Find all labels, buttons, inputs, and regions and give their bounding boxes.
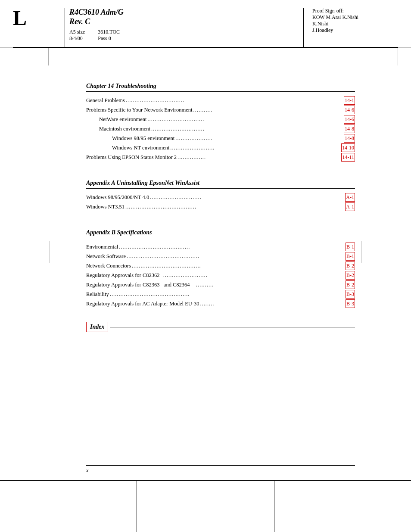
toc-entry-reg-eu30: Regulatory Approvals for AC Adapter Mode… [86,299,355,308]
toc-dots: ........................................ [119,243,345,251]
toc-entry-win9895: Windows 98/95 environment ..............… [86,134,355,143]
right-margin-mark-mid [361,241,361,263]
toc-label: Windows 98/95 environment [112,134,174,143]
toc-page: B-2 [346,261,355,270]
appendixA-heading: Appendix A Uninstalling EpsonNet WinAssi… [86,180,355,189]
toc-label: Environmental [86,243,118,251]
left-margin-mark-top [48,48,49,65]
toc-page: A-1 [345,202,355,211]
signer-1: KOW M.Arai K.Nishi [312,14,398,21]
toc-entry-macintosh: Macintosh environment ..................… [86,124,355,133]
header-title-line2: Rev. C [69,17,303,27]
section-gap-2 [86,212,355,221]
toc-dots: ........ [200,300,345,308]
toc-dots: ........................................ [125,203,344,211]
signer-3: J.Hoadley [312,27,398,34]
toc-dots: ..................... [175,134,343,143]
index-label: Index [90,324,104,330]
toc-label: Regulatory Approvals for C82362 [86,271,162,280]
toc-dots: .............................. [151,125,343,133]
toc-entry-environmental: Environmental ..........................… [86,243,355,251]
header-title-section: R4C3610 Adm/G Rev. C A5 size 8/4/00 3610… [65,8,303,47]
appendixB-toc: Environmental ..........................… [86,243,355,308]
toc-entry-win9895-2000-nt: Windows 98/95/2000/NT 4.0 ..............… [86,193,355,202]
header-meta-left: A5 size 8/4/00 [69,29,85,42]
toc-dots: ........................................… [127,252,345,261]
toc-page: B-2 [346,271,355,280]
toc-page: A-1 [345,193,355,202]
toc-label: Network Software [86,252,126,261]
toc-entry-epson-status: Problems Using EPSON Status Monitor 2 ..… [86,153,355,162]
header-meta: A5 size 8/4/00 3610.TOC Pass 0 [69,29,303,42]
toc-page: 14-8 [344,124,355,133]
bottom-col-2 [137,481,274,532]
toc-label: Regulatory Approvals for C82363 and C823… [86,281,195,289]
toc-page: B-3 [346,299,355,308]
toc-label: Windows 98/95/2000/NT 4.0 [86,193,149,202]
toc-dots: ....................................... [132,262,345,270]
logo-letter: L [13,8,60,28]
toc-label: Regulatory Approvals for AC Adapter Mode… [86,300,199,308]
toc-entry-reg-c82362: Regulatory Approvals for C82362 ........… [86,271,355,280]
toc-page: 14-6 [344,106,355,114]
section-gap-1 [86,162,355,171]
toc-dots: ......................... [170,144,340,152]
toc-label: General Problems [86,96,125,105]
toc-entry-netware: NetWare environment ....................… [86,115,355,124]
toc-page: 14-1 [344,96,355,105]
main-content: Chapter 14 Troubleshooting General Probl… [0,65,411,349]
proof-label: Proof Sign-off: [312,8,398,14]
toc-label: Reliability [86,290,109,299]
footer-page-number: x [86,467,355,474]
toc-dots: .......... [196,281,345,289]
toc-label: Windows NT3.51 [86,203,125,211]
toc-dots: ........................................… [110,290,345,299]
toc-page: 14-10 [341,143,355,152]
toc-dots: ................................. [126,96,343,105]
right-margin-mark-top [398,48,398,65]
page-header: L R4C3610 Adm/G Rev. C A5 size 8/4/00 36… [0,0,411,47]
left-margin-mark-mid [50,241,50,263]
footer-line [86,465,355,466]
toc-label: Windows NT environment [112,144,169,152]
toc-entry-reliability: Reliability ............................… [86,290,355,299]
toc-page: 14-11 [341,153,355,162]
section-gap-3 [86,309,355,317]
index-line: Index [86,317,355,336]
index-separator-line [110,327,355,327]
header-filename: 3610.TOC [98,29,120,35]
toc-entry-network-connectors: Network Connectors .....................… [86,261,355,270]
toc-page: B-1 [346,243,355,251]
chapter14-heading: Chapter 14 Troubleshooting [86,83,355,92]
toc-dots: ................................ [147,115,343,124]
header-size: A5 size [69,29,85,35]
toc-dots: ......................... [163,271,345,280]
toc-label: Problems Using EPSON Status Monitor 2 [86,153,177,162]
chapter14-toc: General Problems .......................… [86,96,355,162]
appendixA-toc: Windows 98/95/2000/NT 4.0 ..............… [86,193,355,211]
toc-entry-network-software: Network Software .......................… [86,252,355,261]
toc-dots: ........... [193,106,343,114]
toc-dots: ............................. [150,193,344,202]
toc-dots: ................ [177,153,340,162]
header-date: 8/4/00 [69,35,85,42]
bottom-col-3 [274,481,411,532]
bottom-section [0,480,411,532]
header-title-line1: R4C3610 Adm/G [69,8,303,17]
toc-page: 14-8 [344,134,355,143]
toc-entry-network-env: Problems Specific to Your Network Enviro… [86,106,355,114]
toc-label: Network Connectors [86,262,131,270]
toc-entry-winnt351: Windows NT3.51 .........................… [86,202,355,211]
header-meta-right: 3610.TOC Pass 0 [98,29,120,42]
signer-2: K.Nishi [312,21,398,27]
toc-label: Macintosh environment [99,125,150,133]
toc-entry-winnt: Windows NT environment .................… [86,143,355,152]
toc-label: Problems Specific to Your Network Enviro… [86,106,193,114]
toc-entry-reg-c82363-c82364: Regulatory Approvals for C82363 and C823… [86,280,355,289]
header-proof-section: Proof Sign-off: KOW M.Arai K.Nishi K.Nis… [303,8,398,47]
toc-page: B-2 [346,280,355,289]
header-pass: Pass 0 [98,35,120,42]
toc-entry-general-problems: General Problems .......................… [86,96,355,105]
index-box: Index [86,322,108,332]
toc-label: NetWare environment [99,115,146,124]
